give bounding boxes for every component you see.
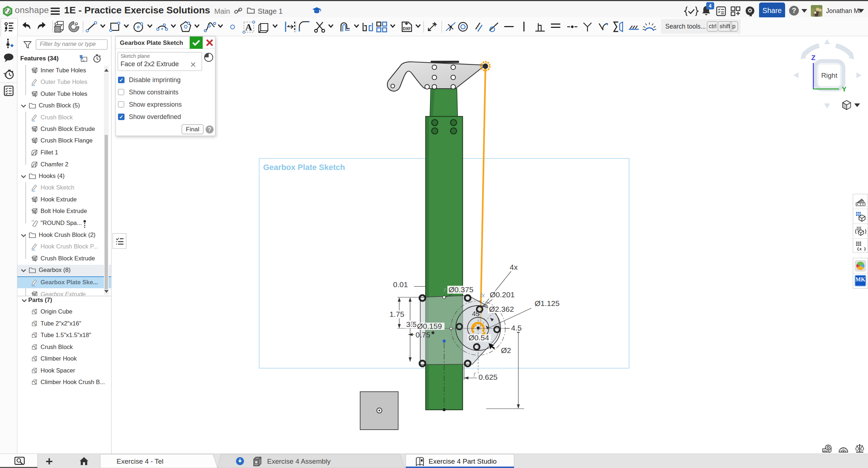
svg-text:Y: Y xyxy=(842,85,847,93)
svg-text:Ø0.201: Ø0.201 xyxy=(490,290,515,299)
svg-text:Ø1.125: Ø1.125 xyxy=(535,299,560,307)
svg-text:fx: fx xyxy=(410,320,416,327)
svg-text:Gearbox Plate Sketch: Gearbox Plate Sketch xyxy=(263,163,345,172)
svg-text:x: x xyxy=(859,246,862,251)
svg-text:Ø0.375: Ø0.375 xyxy=(448,285,473,294)
svg-text:0.75: 0.75 xyxy=(416,331,430,339)
svg-text:4x: 4x xyxy=(510,263,518,271)
svg-text:Exercise 4 - Tel: Exercise 4 - Tel xyxy=(117,458,164,465)
svg-text:Exercise 4 Assembly: Exercise 4 Assembly xyxy=(267,458,331,465)
svg-text:Ø0.159: Ø0.159 xyxy=(417,322,442,330)
svg-text:f: f xyxy=(473,371,476,378)
svg-text:0.625: 0.625 xyxy=(479,373,498,381)
svg-text:Z: Z xyxy=(811,54,816,61)
svg-text:45°: 45° xyxy=(472,310,483,318)
svg-text:Ø0.54: Ø0.54 xyxy=(468,333,489,342)
svg-text:fx: fx xyxy=(480,292,485,299)
svg-text:4.5: 4.5 xyxy=(511,324,522,332)
svg-text:1.75: 1.75 xyxy=(389,310,404,318)
svg-text:Ø2.362: Ø2.362 xyxy=(489,305,514,313)
svg-text:Right: Right xyxy=(821,72,838,79)
svg-text:DXF: DXF xyxy=(403,26,411,31)
svg-text:0.01: 0.01 xyxy=(393,280,408,289)
svg-text:A: A xyxy=(245,22,252,33)
svg-text:Exercise 4 Part Studio: Exercise 4 Part Studio xyxy=(429,458,497,465)
svg-text:Ø2: Ø2 xyxy=(501,346,511,354)
